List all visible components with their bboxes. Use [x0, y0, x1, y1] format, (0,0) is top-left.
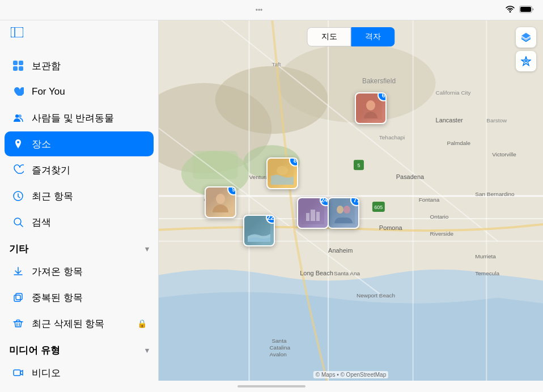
sidebar-item-imported[interactable]: 가져온 항목: [5, 259, 154, 284]
svg-rect-4: [13, 61, 18, 65]
deleted-icon: [11, 317, 25, 330]
svg-rect-14: [16, 293, 22, 300]
people-nav-label: 사람들 및 반려동물: [32, 112, 147, 125]
svg-text:Pomona: Pomona: [379, 224, 403, 231]
section-chevron-mediatype: ▾: [145, 346, 149, 355]
svg-text:Fontana: Fontana: [419, 197, 440, 203]
map-tab-grid[interactable]: 격자: [351, 27, 395, 46]
deleted-label: 최근 삭제된 항목: [32, 317, 130, 330]
wifi-icon: [506, 6, 515, 14]
svg-rect-1: [520, 7, 531, 12]
sidebar-item-library[interactable]: 보관함: [5, 53, 154, 78]
svg-text:Oxnard: Oxnard: [204, 197, 223, 203]
sidebar-item-search[interactable]: 검색: [5, 210, 154, 235]
svg-text:Lancaster: Lancaster: [436, 117, 463, 123]
sidebar-item-deleted[interactable]: 최근 삭제된 항목🔒: [5, 311, 154, 336]
sidebar-sections: 기타▾가져온 항목중복된 항목최근 삭제된 항목🔒미디어 유형▾비디오셀피Liv…: [0, 235, 158, 381]
sidebar-item-favorites[interactable]: 즐겨찾기: [5, 157, 154, 182]
imported-icon: [11, 265, 25, 278]
section-header-other[interactable]: 기타▾: [0, 235, 158, 258]
svg-text:605: 605: [374, 204, 383, 210]
svg-text:Taft: Taft: [272, 61, 281, 67]
section-label-mediatype: 미디어 유형: [9, 344, 60, 357]
sidebar-toggle-button[interactable]: [9, 27, 25, 40]
foryou-nav-label: For You: [32, 86, 147, 97]
battery-icon: [519, 6, 534, 15]
sidebar-header: [0, 20, 158, 44]
status-center: •••: [256, 6, 263, 14]
places-nav-label: 장소: [32, 138, 147, 151]
svg-text:Murrieta: Murrieta: [475, 253, 496, 259]
svg-text:Palmdale: Palmdale: [447, 140, 471, 146]
library-nav-label: 보관함: [32, 59, 147, 73]
location-button[interactable]: [516, 51, 536, 71]
home-indicator: [0, 381, 543, 392]
svg-text:Victorville: Victorville: [492, 151, 516, 157]
map-toolbar: 지도격자: [307, 27, 395, 46]
section-label-other: 기타: [9, 242, 28, 255]
svg-point-10: [17, 141, 19, 143]
status-bar: •••: [0, 0, 543, 20]
sidebar-item-duplicates[interactable]: 중복된 항목: [5, 285, 154, 310]
nav-group-other: 가져온 항목중복된 항목최근 삭제된 항목🔒: [0, 259, 158, 336]
recents-nav-icon: [11, 189, 25, 203]
svg-text:Riverside: Riverside: [430, 231, 454, 237]
svg-rect-15: [14, 370, 20, 376]
svg-rect-6: [13, 66, 18, 71]
sidebar-nav: 보관함For You사람들 및 반려동물장소즐겨찾기최근 항목검색: [0, 53, 158, 235]
svg-text:Ontario: Ontario: [430, 214, 449, 220]
video-icon: [11, 366, 25, 380]
svg-point-24: [277, 44, 435, 123]
svg-text:Temecula: Temecula: [475, 270, 499, 276]
sidebar-item-video[interactable]: 비디오: [5, 360, 154, 381]
status-bar-right: [506, 6, 534, 15]
svg-text:Catalina: Catalina: [269, 344, 290, 351]
sidebar-icon: [11, 27, 23, 40]
svg-text:San Bernardino: San Bernardino: [475, 191, 515, 197]
deleted-lock-icon: 🔒: [137, 319, 147, 328]
map-layers-button[interactable]: [516, 27, 536, 48]
svg-rect-2: [11, 27, 23, 37]
map-tab-map[interactable]: 지도: [307, 27, 351, 46]
svg-text:Long Beach: Long Beach: [300, 270, 333, 276]
sidebar-item-recents[interactable]: 최근 항목: [5, 184, 154, 208]
svg-text:Santa Ana: Santa Ana: [334, 270, 360, 276]
svg-text:California City: California City: [436, 90, 471, 96]
sidebar-item-people[interactable]: 사람들 및 반려동물: [5, 105, 154, 130]
favorites-nav-label: 즐겨찾기: [32, 164, 147, 177]
svg-text:5: 5: [357, 163, 360, 168]
sidebar-item-foryou[interactable]: For You: [5, 79, 154, 104]
foryou-nav-icon: [11, 85, 25, 99]
svg-point-9: [18, 114, 22, 118]
search-nav-label: 검색: [32, 216, 147, 229]
duplicates-icon: [11, 291, 25, 304]
home-bar: [237, 385, 306, 387]
main-layout: 보관함For You사람들 및 반려동물장소즐겨찾기최근 항목검색 기타▾가져온…: [0, 20, 543, 381]
svg-point-67: [525, 60, 527, 62]
svg-text:Anaheim: Anaheim: [328, 247, 353, 254]
section-header-mediatype[interactable]: 미디어 유형▾: [0, 336, 158, 359]
library-nav-icon: [11, 59, 25, 73]
svg-text:Avalon: Avalon: [269, 351, 286, 357]
video-label: 비디오: [32, 367, 147, 380]
map-area: Los Angeles Pasadena Pomona Fontana Onta…: [159, 20, 543, 381]
svg-rect-7: [19, 66, 23, 71]
svg-text:Bakersfield: Bakersfield: [362, 77, 396, 85]
people-nav-icon: [11, 111, 25, 125]
section-chevron-other: ▾: [145, 245, 149, 253]
sidebar-title: [0, 44, 158, 53]
duplicates-label: 중복된 항목: [32, 291, 147, 304]
map-copyright: © Maps • © OpenStreetMap: [313, 371, 388, 378]
map-right-controls: [516, 27, 536, 71]
search-nav-icon: [11, 215, 25, 229]
svg-text:Pasadena: Pasadena: [396, 173, 425, 180]
sidebar-item-places[interactable]: 장소: [5, 131, 154, 156]
svg-rect-27: [193, 151, 238, 179]
ellipsis-icon: •••: [256, 6, 263, 14]
nav-group-mediatype: 비디오셀피Live Photo인물 사진: [0, 360, 158, 381]
recents-nav-label: 최근 항목: [32, 190, 147, 203]
svg-text:Newport Beach: Newport Beach: [357, 292, 395, 299]
places-nav-icon: [11, 137, 25, 151]
svg-rect-13: [14, 295, 20, 301]
svg-text:Los Angeles: Los Angeles: [311, 200, 358, 209]
